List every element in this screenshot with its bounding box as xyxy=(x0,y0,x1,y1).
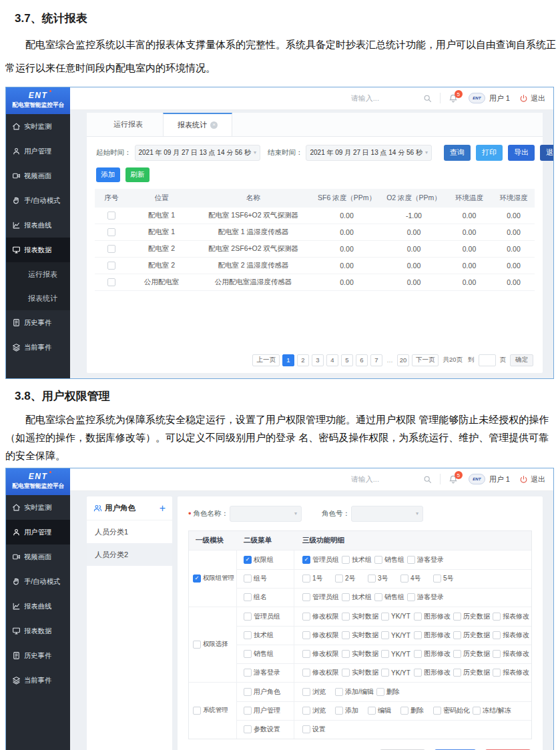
option-checkbox-label[interactable]: YK/YT xyxy=(381,650,414,658)
page-number-button[interactable]: 20 xyxy=(397,354,409,366)
menu-checkbox-label[interactable]: 参数设置 xyxy=(244,725,280,734)
option-checkbox[interactable] xyxy=(302,650,310,658)
option-checkbox-label[interactable]: 设置 xyxy=(302,725,335,734)
option-checkbox[interactable] xyxy=(368,707,376,715)
option-checkbox[interactable] xyxy=(302,613,310,621)
refresh-button[interactable]: 刷新 xyxy=(125,167,150,182)
option-checkbox-label[interactable]: 浏览 xyxy=(302,687,335,697)
sidebar-item-history-events[interactable]: 历史事件 xyxy=(6,643,70,668)
option-checkbox-label[interactable]: 1号 xyxy=(302,574,335,583)
menu-checkbox-label[interactable]: 权限组 xyxy=(244,555,274,565)
sidebar-item-current-events[interactable]: 当前事件 xyxy=(6,668,70,693)
role-list-item[interactable]: 人员分类1 xyxy=(87,520,172,543)
page-number-button[interactable]: 1 xyxy=(282,354,294,366)
option-checkbox[interactable] xyxy=(493,631,501,639)
menu-checkbox-label[interactable]: 组名 xyxy=(244,593,267,602)
sidebar-item-manual-auto-mode[interactable]: 手/自动模式 xyxy=(6,569,70,594)
sidebar-subitem-running-report[interactable]: 运行报表 xyxy=(6,262,70,286)
module-checkbox-label[interactable]: 权限选择 xyxy=(193,640,228,649)
menu-checkbox[interactable] xyxy=(244,556,252,564)
bell-icon[interactable]: 5 xyxy=(449,93,458,103)
option-checkbox[interactable] xyxy=(302,575,310,583)
prev-page-button[interactable]: 上一页 xyxy=(252,354,280,366)
option-checkbox[interactable] xyxy=(342,556,350,564)
menu-checkbox-label[interactable]: 组号 xyxy=(244,574,267,583)
option-checkbox[interactable] xyxy=(473,707,481,715)
option-checkbox[interactable] xyxy=(453,669,461,677)
add-button[interactable]: 添加 xyxy=(96,167,120,182)
option-checkbox[interactable] xyxy=(453,613,461,621)
power-icon[interactable] xyxy=(519,475,528,484)
page-number-button[interactable]: 5 xyxy=(341,354,353,366)
option-checkbox-label[interactable]: 修改权限 xyxy=(302,631,342,640)
option-checkbox[interactable] xyxy=(453,631,461,639)
option-checkbox[interactable] xyxy=(302,725,310,733)
option-checkbox[interactable] xyxy=(335,707,343,715)
option-checkbox-label[interactable]: 图形修改 xyxy=(414,668,453,677)
close-icon[interactable] xyxy=(210,121,218,129)
row-checkbox[interactable] xyxy=(107,262,115,270)
row-checkbox[interactable] xyxy=(107,245,115,253)
sidebar-item-report-data[interactable]: 报表数据 xyxy=(6,238,70,262)
option-checkbox[interactable] xyxy=(376,688,384,696)
option-checkbox-label[interactable]: 删除 xyxy=(400,706,433,715)
option-checkbox-label[interactable]: 报表修改 xyxy=(493,631,532,640)
menu-checkbox[interactable] xyxy=(244,669,252,677)
exit-button[interactable]: 退出 xyxy=(540,145,554,161)
option-checkbox[interactable] xyxy=(433,575,441,583)
menu-checkbox[interactable] xyxy=(244,631,252,639)
option-checkbox-label[interactable]: 3号 xyxy=(368,574,400,583)
option-checkbox[interactable] xyxy=(381,631,389,639)
option-checkbox[interactable] xyxy=(407,593,415,601)
menu-checkbox[interactable] xyxy=(244,613,252,621)
option-checkbox[interactable] xyxy=(342,631,350,639)
avatar[interactable]: ENT xyxy=(469,93,485,103)
option-checkbox[interactable] xyxy=(400,575,408,583)
option-checkbox[interactable] xyxy=(381,650,389,658)
option-checkbox-label[interactable]: 实时数据 xyxy=(342,612,381,621)
option-checkbox[interactable] xyxy=(414,669,422,677)
sidebar-item-current-events[interactable]: 当前事件 xyxy=(6,335,70,360)
row-checkbox[interactable] xyxy=(107,278,115,286)
option-checkbox-label[interactable]: 添加/编辑 xyxy=(335,687,376,697)
option-checkbox[interactable] xyxy=(302,688,310,696)
sidebar-item-report-data[interactable]: 报表数据 xyxy=(6,619,70,643)
option-checkbox-label[interactable]: 浏览 xyxy=(302,706,335,715)
option-checkbox[interactable] xyxy=(335,575,343,583)
option-checkbox-label[interactable]: 2号 xyxy=(335,574,368,583)
option-checkbox[interactable] xyxy=(302,669,310,677)
option-checkbox-label[interactable]: YK/YT xyxy=(381,669,414,677)
role-no-select[interactable] xyxy=(351,506,423,522)
option-checkbox[interactable] xyxy=(414,613,422,621)
option-checkbox-label[interactable]: 实时数据 xyxy=(342,668,381,677)
option-checkbox-label[interactable]: YK/YT xyxy=(381,613,414,621)
option-checkbox[interactable] xyxy=(493,669,501,677)
add-role-button[interactable]: + xyxy=(160,503,166,514)
option-checkbox[interactable] xyxy=(381,613,389,621)
logout-button[interactable]: 退出 xyxy=(531,93,545,103)
sidebar-item-video-view[interactable]: 视频画面 xyxy=(6,163,70,188)
option-checkbox-label[interactable]: 游客登录 xyxy=(407,593,447,602)
option-checkbox[interactable] xyxy=(414,650,422,658)
option-checkbox[interactable] xyxy=(342,593,350,601)
option-checkbox[interactable] xyxy=(493,650,501,658)
row-checkbox[interactable] xyxy=(107,212,115,220)
role-list-item[interactable]: 人员分类2 xyxy=(87,543,172,566)
end-time-picker[interactable]: 2021 年 09 月 27 日 13 点 14 分 56 秒 xyxy=(306,145,431,161)
option-checkbox-label[interactable]: 图形修改 xyxy=(414,612,453,621)
role-name-select[interactable] xyxy=(230,506,302,522)
next-page-button[interactable]: 下一页 xyxy=(412,354,439,366)
option-checkbox-label[interactable]: 5号 xyxy=(433,574,466,583)
option-checkbox-label[interactable]: 报表修改 xyxy=(493,649,532,659)
sidebar-item-realtime-monitoring[interactable]: 实时监测 xyxy=(6,114,70,139)
username-label[interactable]: 用户 1 xyxy=(489,474,510,484)
option-checkbox-label[interactable]: 历史数据 xyxy=(453,612,493,621)
option-checkbox[interactable] xyxy=(433,707,441,715)
option-checkbox[interactable] xyxy=(342,669,350,677)
option-checkbox-label[interactable]: 修改权限 xyxy=(302,668,342,677)
option-checkbox-label[interactable]: YK/YT xyxy=(381,631,414,639)
option-checkbox-label[interactable]: 管理员组 xyxy=(302,593,342,602)
sidebar-item-manual-auto-mode[interactable]: 手/自动模式 xyxy=(6,188,70,213)
sidebar-item-report-curve[interactable]: 报表曲线 xyxy=(6,594,70,619)
option-checkbox[interactable] xyxy=(335,688,343,696)
